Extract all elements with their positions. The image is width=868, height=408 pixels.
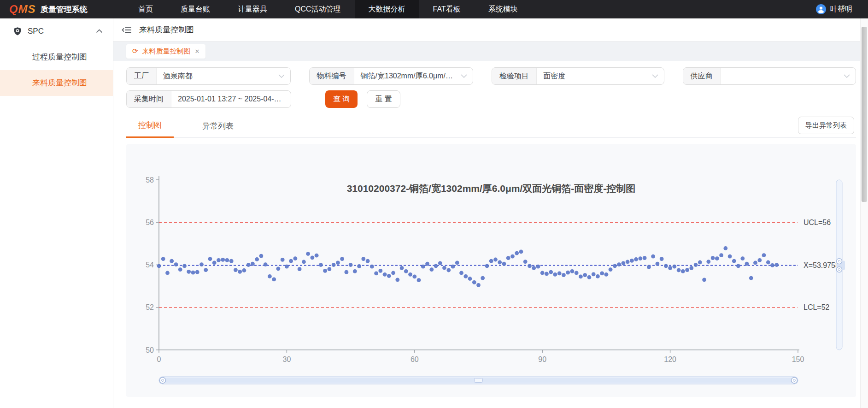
filter-row-2: 采集时间 2025-01-01 13:27 ~ 2025-04-30 13:27… xyxy=(126,90,856,108)
svg-text:LCL=52: LCL=52 xyxy=(803,303,830,311)
y-datazoom-slider[interactable] xyxy=(836,180,845,350)
close-icon[interactable]: ✕ xyxy=(195,48,200,55)
svg-text:120: 120 xyxy=(664,355,676,363)
supplier-label: 供应商 xyxy=(683,68,721,84)
factory-select[interactable]: 工厂 酒泉南都 xyxy=(126,67,291,85)
material-code-value: 铜箔/宽1302mm/厚6.0μm/双面光... xyxy=(354,71,461,81)
chevron-down-icon xyxy=(461,74,467,78)
factory-value: 酒泉南都 xyxy=(157,71,278,81)
reset-button[interactable]: 重 置 xyxy=(367,90,400,108)
supplier-select[interactable]: 供应商 xyxy=(683,67,856,85)
tab-abnormal-list[interactable]: 异常列表 xyxy=(190,116,246,137)
nav-item-quality-ledger[interactable]: 质量台账 xyxy=(167,0,224,18)
chevron-down-icon xyxy=(278,74,285,78)
caret-up-icon xyxy=(96,29,103,33)
inspection-item-value: 面密度 xyxy=(537,71,651,81)
x-datazoom-slider[interactable] xyxy=(159,377,798,384)
user-area[interactable]: 叶帮明 xyxy=(816,4,852,14)
scatter-points xyxy=(157,246,779,287)
factory-label: 工厂 xyxy=(127,68,157,84)
page-header: 来料质量控制图 xyxy=(113,18,868,41)
export-abnormal-list-button[interactable]: 导出异常列表 xyxy=(798,117,854,134)
collect-time-label: 采集时间 xyxy=(127,91,171,107)
nav-item-big-data-analysis[interactable]: 大数据分析 xyxy=(355,0,419,18)
svg-text:60: 60 xyxy=(411,355,419,363)
open-tabs-strip: ⟳ 来料质量控制图 ✕ xyxy=(113,41,868,61)
chart-tabs-row: 控制图 异常列表 导出异常列表 xyxy=(126,115,856,138)
content-panel: 工厂 酒泉南都 物料编号 铜箔/宽1302mm/厚6.0μm/双面光... 检验… xyxy=(113,61,868,408)
filter-row-1: 工厂 酒泉南都 物料编号 铜箔/宽1302mm/厚6.0μm/双面光... 检验… xyxy=(126,67,856,85)
main-area: 来料质量控制图 ⟳ 来料质量控制图 ✕ 工厂 酒泉南都 物料编号 铜箔/宽130… xyxy=(113,18,868,408)
search-button[interactable]: 查 询 xyxy=(325,90,358,108)
top-navbar: QMS 质量管理系统 首页 质量台账 计量器具 QCC活动管理 大数据分析 FA… xyxy=(0,0,868,18)
sidebar-group-label: SPC xyxy=(28,27,44,36)
app-title: 质量管理系统 xyxy=(41,4,88,15)
svg-text:30: 30 xyxy=(283,355,291,363)
scrollbar-thumb[interactable] xyxy=(862,27,867,202)
nav-item-home[interactable]: 首页 xyxy=(124,0,167,18)
collect-time-value: 2025-01-01 13:27 ~ 2025-04-30 13:27 xyxy=(171,95,291,103)
nav-item-measuring-instrument[interactable]: 计量器具 xyxy=(224,0,281,18)
nav-item-qcc-activity[interactable]: QCC活动管理 xyxy=(281,0,355,18)
nav-menu: 首页 质量台账 计量器具 QCC活动管理 大数据分析 FAT看板 系统模块 xyxy=(124,0,532,18)
control-chart-card: 31010200372-铜箔/宽1302mm/厚6.0μm/双面光铜箔-面密度-… xyxy=(126,144,856,397)
svg-text:90: 90 xyxy=(538,355,546,363)
svg-text:54: 54 xyxy=(146,261,154,269)
svg-text:58: 58 xyxy=(146,176,154,184)
menu-fold-icon[interactable] xyxy=(122,26,132,34)
sidebar-item-process-quality-control-chart[interactable]: 过程质量控制图 xyxy=(0,44,113,70)
material-code-select[interactable]: 物料编号 铜箔/宽1302mm/厚6.0μm/双面光... xyxy=(309,67,474,85)
window-scrollbar[interactable] xyxy=(860,18,868,408)
sidebar-item-incoming-quality-control-chart[interactable]: 来料质量控制图 xyxy=(0,70,113,96)
page-title: 来料质量控制图 xyxy=(139,24,194,35)
chevron-down-icon xyxy=(844,74,850,78)
tab-chip-label: 来料质量控制图 xyxy=(142,47,191,56)
control-chart-svg: 50525456580306090120150UCL=56X̄=53.97582… xyxy=(126,154,854,395)
tab-control-chart[interactable]: 控制图 xyxy=(126,115,174,138)
svg-text:50: 50 xyxy=(146,346,154,354)
nav-item-system-module[interactable]: 系统模块 xyxy=(475,0,532,18)
sidebar: SPC 过程质量控制图 来料质量控制图 xyxy=(0,18,113,408)
svg-text:56: 56 xyxy=(146,219,154,226)
nav-item-fat-board[interactable]: FAT看板 xyxy=(419,0,475,18)
shield-icon xyxy=(13,27,22,36)
svg-text:UCL=56: UCL=56 xyxy=(803,219,831,226)
inspection-item-label: 检验项目 xyxy=(492,68,537,84)
sidebar-group-spc[interactable]: SPC xyxy=(0,18,113,44)
svg-text:0: 0 xyxy=(157,355,161,363)
chevron-down-icon xyxy=(652,74,658,78)
username: 叶帮明 xyxy=(830,5,852,14)
qms-logo-icon: QMS xyxy=(9,3,36,16)
collect-time-range-picker[interactable]: 采集时间 2025-01-01 13:27 ~ 2025-04-30 13:27 xyxy=(126,90,291,108)
tab-chip-incoming-quality[interactable]: ⟳ 来料质量控制图 ✕ xyxy=(126,44,205,59)
svg-text:150: 150 xyxy=(792,355,804,363)
inspection-item-select[interactable]: 检验项目 面密度 xyxy=(492,67,664,85)
svg-text:52: 52 xyxy=(146,303,154,311)
refresh-icon[interactable]: ⟳ xyxy=(132,47,138,55)
material-code-label: 物料编号 xyxy=(310,68,354,84)
app-logo: QMS 质量管理系统 xyxy=(9,3,115,16)
user-avatar-icon xyxy=(816,4,826,14)
